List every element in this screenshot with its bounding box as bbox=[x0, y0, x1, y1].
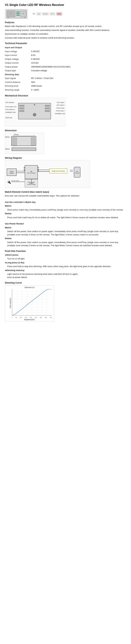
push-switch-com-label: Push switch com bbox=[6, 106, 17, 108]
svg-point-8 bbox=[8, 17, 9, 18]
chart-x-label: Brightness(%) bbox=[5, 319, 54, 320]
param-row: Dimming data bbox=[5, 72, 126, 76]
param-label: Output voltage bbox=[5, 57, 31, 61]
param-row: Control distance 30m bbox=[5, 80, 126, 84]
x-ticks: 0 50 100 150 200 250 300 350 400 bbox=[12, 317, 52, 318]
param-label: Dimming data bbox=[5, 72, 31, 76]
wire-2 bbox=[17, 172, 25, 173]
certifications: FC CE RoHS DTC RED bbox=[33, 12, 62, 15]
xtick-300: 300 bbox=[40, 317, 42, 318]
feature-4: Connect with external push switch to ach… bbox=[5, 36, 126, 40]
param-value: 4096 levels bbox=[31, 84, 126, 88]
dim-left-block bbox=[13, 137, 17, 146]
led-output-plus-label: LED output + bbox=[56, 104, 65, 106]
ac-label: AC100~240V bbox=[11, 180, 19, 182]
mech-diagram: LED indicator Push switch com Push switc… bbox=[5, 98, 66, 126]
match-title: Match Remote Control (two match ways) bbox=[5, 190, 126, 193]
power-restart-delete-label: Delete: bbox=[5, 237, 126, 240]
cert-fc: FC bbox=[33, 13, 35, 15]
cert-red: RED bbox=[57, 12, 62, 15]
param-row: Output voltage 5-36VDC bbox=[5, 57, 126, 61]
term-r3 bbox=[38, 170, 39, 171]
power-input-minus-label: Power input - bbox=[56, 107, 65, 109]
match-section: Match Remote Control (two match ways) En… bbox=[5, 190, 126, 247]
terminal-right-2 bbox=[45, 108, 50, 109]
chart-title: Gamma=1.6 bbox=[5, 286, 54, 288]
dimming-curve-chart: Gamma=1.6 PWM output(%) 100 90 80 70 60 … bbox=[5, 286, 54, 321]
dimming-curve-section: Dimming Curve Gamma=1.6 PWM output(%) 10… bbox=[5, 282, 126, 321]
param-label: Dimming range bbox=[5, 88, 31, 92]
param-value: 5-36VDC bbox=[31, 57, 126, 61]
wire-3 bbox=[38, 170, 49, 170]
push-switch-label: PushSwitch bbox=[10, 171, 14, 174]
svg-rect-3 bbox=[16, 12, 20, 12]
match-key-match-text: Short press match key, immediately press… bbox=[7, 208, 126, 212]
term-r1 bbox=[38, 167, 39, 168]
xtick-100: 100 bbox=[20, 317, 22, 318]
power-restart-match-text: Switch off the power, then switch on pow… bbox=[7, 230, 126, 236]
xtick-150: 150 bbox=[25, 317, 27, 318]
param-label: Input current bbox=[5, 53, 31, 57]
dim-device-side bbox=[12, 148, 36, 151]
param-row: Dimming range 0 -100% bbox=[5, 88, 126, 92]
wire-v1 bbox=[31, 179, 32, 184]
push-switch-in-label: Push switch in bbox=[6, 109, 15, 110]
wiring-section: Wiring Diagram PushSwitch V1 LED Control… bbox=[5, 156, 126, 188]
cert-ce: CE bbox=[37, 12, 41, 15]
term-l1 bbox=[24, 167, 25, 168]
device-body bbox=[18, 103, 51, 119]
remote-label: RFRemote bbox=[75, 171, 79, 174]
push-dim-item-0-bullet: ●Short press: bbox=[5, 253, 126, 256]
tech-section: Technical Parameter Input and Output Inp… bbox=[5, 42, 126, 92]
remote-icon: RFRemote bbox=[74, 167, 80, 178]
feature-1: Match with Skydance's 2.4G dimming remot… bbox=[5, 25, 126, 28]
wiring-title: Wiring Diagram bbox=[5, 156, 126, 159]
chart-y-label: PWM output(%) bbox=[10, 298, 11, 308]
installation-rack-label: Installation rack bbox=[6, 112, 16, 113]
push-dim-item-2-bullet: ●Dimming memory: bbox=[5, 269, 126, 272]
term-l2 bbox=[24, 169, 25, 170]
dim-width-label: 97mm bbox=[14, 134, 19, 136]
match-key-section-title: Use the controller's Match key bbox=[5, 200, 126, 204]
param-row: Input and Output bbox=[5, 46, 126, 50]
svg-rect-5 bbox=[16, 15, 20, 16]
mech-section: Mechanical Structure LED indicator Push … bbox=[5, 94, 126, 126]
match-key-label: Match key bbox=[6, 117, 12, 118]
xtick-400: 400 bbox=[50, 317, 52, 318]
features-title: Features bbox=[5, 21, 126, 24]
page-title: V1 Single Color LED RF Wireless Receiver bbox=[5, 3, 126, 7]
v1-sublabel: LED Controller bbox=[27, 172, 36, 174]
param-row: Input current 8.5A bbox=[5, 53, 126, 57]
push-dim-section: Push Dim Function ●Short press: Turn on … bbox=[5, 250, 126, 279]
dimming-curve-title: Dimming Curve bbox=[5, 282, 126, 284]
param-row: Dimming level 4096 levels bbox=[5, 84, 126, 88]
dimension-section: Dimension 33mm 97mm 18mm bbox=[5, 129, 126, 154]
installation-rack-right-label: Installation rack bbox=[55, 113, 65, 114]
param-value: 0 -100% bbox=[31, 88, 126, 92]
xtick-250: 250 bbox=[35, 317, 37, 318]
dim-right-block bbox=[31, 137, 35, 146]
param-value: 8.5A bbox=[31, 53, 126, 57]
power-plug-icon: 🔌 bbox=[7, 180, 11, 184]
power-input-plus-label: Power input + bbox=[56, 110, 65, 112]
param-label: Input signal bbox=[5, 76, 31, 80]
product-header: V1 RF FC CE RoHS DTC RED bbox=[5, 9, 126, 19]
dimension-diagram: 33mm 97mm 18mm bbox=[5, 133, 44, 154]
terminal-right-1 bbox=[45, 105, 50, 106]
wire-ac bbox=[11, 182, 25, 182]
push-dim-item-2-text: Light returns to the previous dimming le… bbox=[7, 272, 126, 279]
term-r2 bbox=[38, 169, 39, 170]
svg-text:V1: V1 bbox=[10, 13, 12, 14]
terminal-left-2 bbox=[19, 108, 24, 109]
mech-title: Mechanical Structure bbox=[5, 94, 126, 97]
param-row: Output type Constant voltage bbox=[5, 69, 126, 72]
param-label: Output type bbox=[5, 69, 31, 72]
xtick-200: 200 bbox=[30, 317, 32, 318]
led-lamp-label: Single color LED lamp bbox=[52, 170, 65, 172]
match-key-button[interactable] bbox=[33, 113, 36, 116]
param-row: Input signal RF 2.4GHz + Push Dim bbox=[5, 76, 126, 80]
dim-height-label: 33mm bbox=[5, 136, 10, 138]
power-restart-title: Use Power Restart bbox=[5, 222, 126, 226]
feature-2: Auto-transmitting function: Controller a… bbox=[5, 28, 126, 32]
terminal-left-1 bbox=[19, 105, 24, 106]
